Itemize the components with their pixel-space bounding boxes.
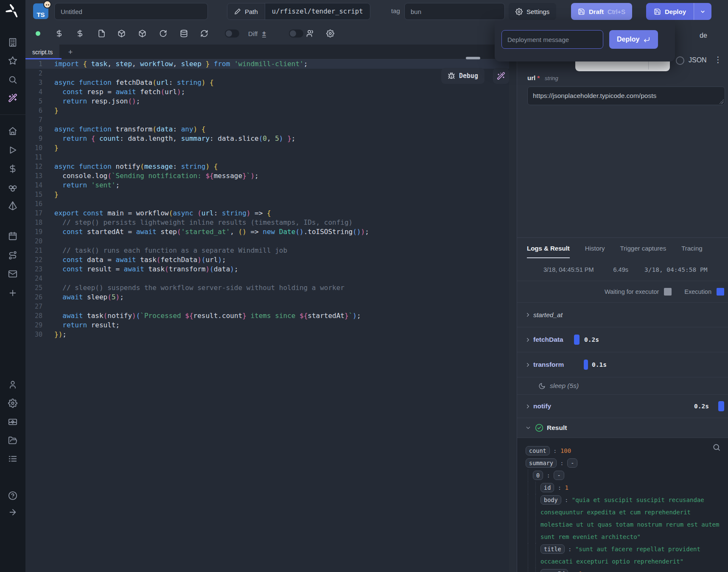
- step-row-transform[interactable]: transform0.1s: [517, 352, 728, 377]
- tab-scrollbar-thumb[interactable]: [466, 57, 480, 59]
- json-toggle[interactable]: [676, 56, 684, 65]
- magic-wand-icon[interactable]: [8, 93, 18, 103]
- log-tab-history[interactable]: History: [585, 238, 605, 258]
- result-field-id[interactable]: id : 1: [526, 482, 720, 494]
- variable-icon[interactable]: [55, 30, 63, 38]
- triggers-icon[interactable]: [8, 201, 18, 211]
- debug-button[interactable]: Debug: [441, 68, 484, 84]
- result-field-0[interactable]: 0 : -: [526, 469, 720, 482]
- code-line-10[interactable]: 10}: [25, 143, 509, 153]
- code-line-15[interactable]: 15}: [25, 190, 509, 199]
- editor-settings-icon[interactable]: [326, 30, 334, 38]
- edit-path-button[interactable]: Path: [227, 3, 265, 20]
- code-line-27[interactable]: 27: [25, 302, 509, 311]
- code-line-6[interactable]: 6}: [25, 106, 509, 115]
- code-line-4[interactable]: 4 const resp = await fetch(url);: [25, 87, 509, 97]
- log-tab-logs-result[interactable]: Logs & Result: [527, 238, 570, 258]
- code-line-21[interactable]: 21 // task() runs each function as a sep…: [25, 246, 509, 255]
- reset-icon[interactable]: [159, 30, 167, 38]
- home-icon[interactable]: [8, 126, 18, 136]
- logs-icon[interactable]: [8, 454, 18, 464]
- result-field-count[interactable]: count : 100: [526, 445, 720, 457]
- building-icon[interactable]: [8, 37, 18, 47]
- code-line-14[interactable]: 14 return 'sent';: [25, 181, 509, 190]
- code-line-8[interactable]: 8async function transform(data: any) {: [25, 125, 509, 134]
- mail-icon[interactable]: [8, 269, 18, 279]
- settings-button[interactable]: Settings: [509, 3, 556, 20]
- code-line-30[interactable]: 30});: [25, 330, 509, 339]
- collapse-icon[interactable]: [8, 507, 18, 517]
- code-line-3[interactable]: 3async function fetchData(url: string) {: [25, 78, 509, 87]
- assistant-toggle[interactable]: [289, 30, 303, 38]
- code-line-29[interactable]: 29 return result;: [25, 321, 509, 330]
- database-icon[interactable]: [180, 30, 188, 38]
- settings-icon[interactable]: [8, 398, 18, 408]
- tab-script-ts[interactable]: script.ts: [25, 45, 59, 59]
- variables-icon[interactable]: [8, 164, 18, 174]
- workers-icon[interactable]: [8, 417, 18, 427]
- add-icon[interactable]: [8, 288, 18, 298]
- resource-icon[interactable]: [76, 30, 84, 38]
- url-input[interactable]: https://jsonplaceholder.typicode.com/pos…: [527, 86, 725, 105]
- code-line-24[interactable]: 24: [25, 274, 509, 283]
- help-icon[interactable]: [8, 491, 18, 501]
- result-field-summary[interactable]: summary : -: [526, 457, 720, 469]
- code-line-28[interactable]: 28 await task(notify)(`Processed ${resul…: [25, 311, 509, 321]
- step-row-started-at[interactable]: started_at: [517, 303, 728, 327]
- script-icon[interactable]: [98, 30, 106, 38]
- code-line-18[interactable]: 18 // step() persists lightweight inline…: [25, 218, 509, 227]
- runs-icon[interactable]: [8, 145, 18, 155]
- ai-wand-button[interactable]: [493, 68, 509, 84]
- panel-splitter[interactable]: [509, 22, 517, 572]
- code-line-19[interactable]: 19 const startedAt = await step('started…: [25, 227, 509, 237]
- resources-icon[interactable]: [8, 182, 18, 193]
- step-row-result[interactable]: Result: [517, 418, 728, 438]
- code-line-7[interactable]: 7: [25, 115, 509, 125]
- code-line-16[interactable]: 16: [25, 199, 509, 209]
- code-line-23[interactable]: 23 const result = await task(transform)(…: [25, 265, 509, 274]
- popup-deploy-button[interactable]: Deploy: [609, 30, 658, 49]
- result-field-userId[interactable]: userId : 1: [526, 568, 720, 572]
- package-icon[interactable]: [118, 30, 126, 38]
- flows-icon[interactable]: [8, 250, 18, 260]
- plusminus-label[interactable]: ±: [262, 30, 266, 37]
- search-icon[interactable]: [8, 75, 18, 85]
- result-field-body[interactable]: body : "quia et suscipit suscipit recusa…: [526, 494, 720, 543]
- code-line-22[interactable]: 22 const data = await task(fetchData)(ur…: [25, 255, 509, 265]
- deploy-dropdown-button[interactable]: [694, 3, 711, 20]
- folders-icon[interactable]: [8, 435, 18, 446]
- code-line-25[interactable]: 25 // sleep() suspends the workflow serv…: [25, 283, 509, 293]
- code-line-2[interactable]: 2: [25, 69, 509, 78]
- code-line-26[interactable]: 26 await sleep(5);: [25, 293, 509, 302]
- deploy-button[interactable]: Deploy: [646, 3, 694, 20]
- kebab-menu-icon[interactable]: ⋮: [714, 55, 722, 64]
- path-value[interactable]: u/rfiszel/tender_script: [265, 3, 370, 20]
- user-icon[interactable]: [8, 379, 18, 390]
- result-field-title[interactable]: title : "sunt aut facere repellat provid…: [526, 543, 720, 568]
- refresh-icon[interactable]: [200, 30, 208, 38]
- users-icon[interactable]: [306, 30, 314, 38]
- log-tab-tracing[interactable]: Tracing: [681, 238, 702, 258]
- code-line-17[interactable]: 17export const main = workflow(async (ur…: [25, 209, 509, 218]
- deployment-message-input[interactable]: Deployment message: [501, 30, 603, 49]
- package2-icon[interactable]: [138, 30, 146, 38]
- draft-button[interactable]: Draft Ctrl+S: [571, 3, 632, 20]
- code-line-9[interactable]: 9 return { count: data.length, summary: …: [25, 134, 509, 143]
- code-line-11[interactable]: 11: [25, 153, 509, 162]
- code-line-12[interactable]: 12async function notify(message: string)…: [25, 162, 509, 171]
- new-tab-button[interactable]: +: [65, 47, 76, 58]
- schedules-icon[interactable]: [8, 231, 18, 241]
- resize-handle-icon[interactable]: [720, 100, 724, 104]
- code-editor[interactable]: 1import { task, step, workflow, sleep } …: [25, 59, 509, 572]
- step-row-notify[interactable]: notify0.2s: [517, 395, 728, 418]
- star-icon[interactable]: [8, 56, 18, 66]
- step-row-sleep-5s-[interactable]: sleep (5s): [517, 377, 728, 395]
- code-line-1[interactable]: 1import { task, step, workflow, sleep } …: [25, 59, 509, 69]
- code-line-20[interactable]: 20: [25, 237, 509, 246]
- script-title-input[interactable]: Untitled: [54, 3, 208, 20]
- step-row-fetchdata[interactable]: fetchData0.2s: [517, 327, 728, 352]
- diff-toggle[interactable]: [225, 30, 239, 38]
- windmill-logo-icon[interactable]: [6, 4, 20, 18]
- code-line-13[interactable]: 13 console.log(`Sending notification: ${…: [25, 171, 509, 181]
- log-tab-trigger-captures[interactable]: Trigger captures: [620, 238, 666, 258]
